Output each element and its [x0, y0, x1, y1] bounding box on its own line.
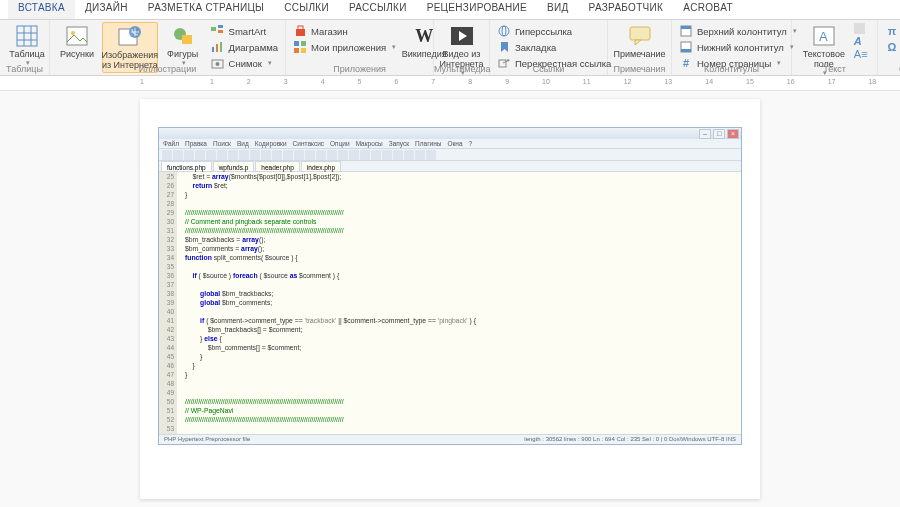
- table-button[interactable]: Таблица: [4, 22, 50, 69]
- svg-rect-16: [220, 42, 222, 52]
- smartart-button[interactable]: SmartArt: [208, 23, 281, 39]
- hyperlink-button[interactable]: Гиперссылка: [494, 23, 614, 39]
- editor-statusbar: PHP Hypertext Preprocessor filelength : …: [159, 434, 741, 444]
- page: –□× ФайлПравкаПоискВидКодировкиСинтаксис…: [140, 99, 760, 499]
- quickparts-icon[interactable]: [854, 23, 865, 34]
- svg-rect-0: [17, 26, 37, 46]
- equation-button[interactable]: πУравнение: [882, 23, 900, 39]
- ribbon: Таблица Таблицы Рисунки Изображения из И…: [0, 20, 900, 76]
- myapps-button[interactable]: Мои приложения: [290, 39, 399, 55]
- close-icon[interactable]: ×: [727, 129, 739, 139]
- minimize-icon[interactable]: –: [699, 129, 711, 139]
- svg-marker-33: [635, 40, 641, 45]
- tab-рассылки[interactable]: РАССЫЛКИ: [339, 0, 417, 19]
- svg-rect-14: [212, 47, 214, 52]
- header-button[interactable]: Верхний колонтитул: [676, 23, 800, 39]
- group-label: Таблицы: [0, 63, 49, 75]
- tab-acrobat[interactable]: ACROBAT: [673, 0, 743, 19]
- svg-marker-29: [501, 42, 508, 52]
- shapes-button[interactable]: Фигуры: [160, 22, 206, 69]
- svg-text:A: A: [819, 29, 828, 44]
- group-label: Иллюстрации: [50, 63, 285, 75]
- svg-point-27: [499, 26, 509, 36]
- code-content: $ret = array($months[$post[0]],$post[1],…: [177, 172, 741, 434]
- svg-rect-5: [67, 27, 87, 45]
- maximize-icon[interactable]: □: [713, 129, 725, 139]
- svg-rect-32: [630, 27, 650, 40]
- svg-rect-37: [681, 49, 691, 52]
- ruler: 1123456789101112131415161718: [0, 76, 900, 91]
- group-label: Колонтитулы: [672, 63, 791, 75]
- footer-button[interactable]: Нижний колонтитул: [676, 39, 800, 55]
- tab-рецензирование[interactable]: РЕЦЕНЗИРОВАНИЕ: [417, 0, 537, 19]
- svg-rect-22: [301, 41, 306, 46]
- svg-rect-15: [216, 44, 218, 52]
- document-area: –□× ФайлПравкаПоискВидКодировкиСинтаксис…: [0, 91, 900, 507]
- editor-toolbar[interactable]: [159, 149, 741, 161]
- line-gutter: 2526272829303132333435363738394041424344…: [159, 172, 177, 434]
- group-label: Ссылки: [490, 63, 607, 75]
- svg-rect-21: [294, 41, 299, 46]
- dropcap-icon[interactable]: A≡: [854, 48, 868, 60]
- window-titlebar: –□×: [159, 128, 741, 139]
- group-label: Мультимедиа: [434, 63, 489, 75]
- svg-rect-24: [301, 48, 306, 53]
- svg-rect-40: [854, 23, 865, 34]
- svg-point-28: [502, 26, 506, 36]
- svg-rect-35: [681, 26, 691, 29]
- comment-button[interactable]: Примечание: [612, 22, 667, 61]
- svg-rect-13: [218, 30, 223, 33]
- editor-file-tabs[interactable]: functions.phpwpfunds.pheader.phpindex.ph…: [159, 161, 741, 172]
- tab-разметка страницы[interactable]: РАЗМЕТКА СТРАНИЦЫ: [138, 0, 274, 19]
- tab-разработчик[interactable]: РАЗРАБОТЧИК: [579, 0, 674, 19]
- svg-rect-12: [218, 25, 223, 28]
- tab-вид[interactable]: ВИД: [537, 0, 579, 19]
- tab-вставка[interactable]: ВСТАВКА: [8, 0, 75, 19]
- group-label: Приложения: [286, 63, 433, 75]
- svg-rect-11: [211, 27, 216, 31]
- ribbon-tabs: ВСТАВКАДИЗАЙНРАЗМЕТКА СТРАНИЦЫССЫЛКИРАСС…: [0, 0, 900, 20]
- svg-point-6: [71, 31, 75, 35]
- chart-button[interactable]: Диаграмма: [208, 39, 281, 55]
- store-button[interactable]: Магазин: [290, 23, 399, 39]
- group-label: Символы: [878, 63, 900, 75]
- bookmark-button[interactable]: Закладка: [494, 39, 614, 55]
- svg-rect-23: [294, 48, 299, 53]
- symbol-button[interactable]: ΩСимвол: [882, 39, 900, 55]
- svg-rect-10: [182, 35, 192, 44]
- tab-дизайн[interactable]: ДИЗАЙН: [75, 0, 138, 19]
- wordart-icon[interactable]: A: [854, 35, 862, 47]
- tab-ссылки[interactable]: ССЫЛКИ: [274, 0, 339, 19]
- pictures-button[interactable]: Рисунки: [54, 22, 100, 61]
- group-label: Текст: [792, 63, 877, 75]
- group-label: Примечания: [608, 63, 671, 75]
- editor-menu[interactable]: ФайлПравкаПоискВидКодировкиСинтаксисОпци…: [159, 139, 741, 149]
- embedded-code-editor: –□× ФайлПравкаПоискВидКодировкиСинтаксис…: [158, 127, 742, 445]
